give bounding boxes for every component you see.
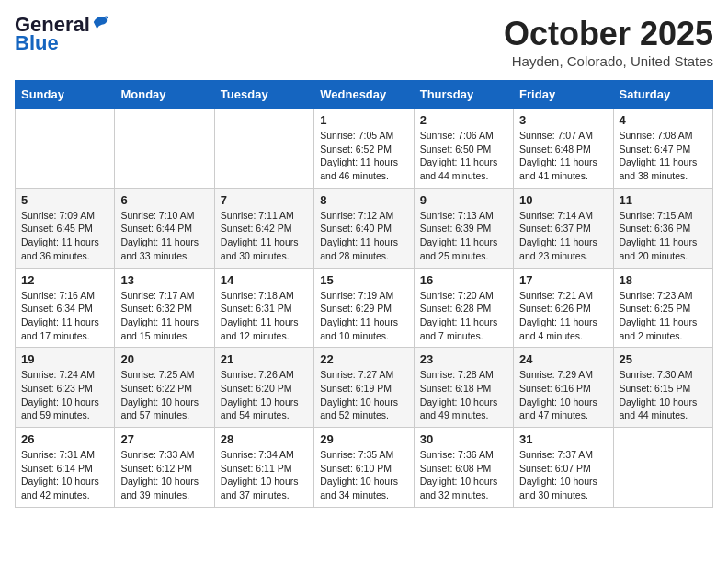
day-info: Sunrise: 7:16 AM Sunset: 6:34 PM Dayligh… [21, 289, 108, 343]
calendar-cell: 22Sunrise: 7:27 AM Sunset: 6:19 PM Dayli… [314, 348, 414, 428]
weekday-header-thursday: Thursday [414, 81, 513, 109]
day-info: Sunrise: 7:10 AM Sunset: 6:44 PM Dayligh… [120, 209, 208, 263]
day-info: Sunrise: 7:06 AM Sunset: 6:50 PM Dayligh… [420, 129, 507, 183]
calendar-cell: 20Sunrise: 7:25 AM Sunset: 6:22 PM Dayli… [115, 348, 214, 428]
day-number: 19 [21, 352, 108, 366]
day-number: 6 [120, 193, 208, 207]
title-section: October 2025 Hayden, Colorado, United St… [504, 15, 713, 69]
calendar-cell: 6Sunrise: 7:10 AM Sunset: 6:44 PM Daylig… [115, 188, 214, 268]
day-number: 29 [320, 432, 407, 446]
day-info: Sunrise: 7:28 AM Sunset: 6:18 PM Dayligh… [420, 368, 507, 422]
calendar-cell [613, 428, 712, 508]
calendar-cell: 17Sunrise: 7:21 AM Sunset: 6:26 PM Dayli… [514, 268, 613, 348]
location-text: Hayden, Colorado, United States [504, 53, 713, 69]
calendar-week-row: 26Sunrise: 7:31 AM Sunset: 6:14 PM Dayli… [16, 428, 713, 508]
day-number: 5 [21, 193, 108, 207]
calendar-cell: 29Sunrise: 7:35 AM Sunset: 6:10 PM Dayli… [314, 428, 414, 508]
day-info: Sunrise: 7:18 AM Sunset: 6:31 PM Dayligh… [221, 289, 308, 343]
day-info: Sunrise: 7:23 AM Sunset: 6:25 PM Dayligh… [620, 289, 707, 343]
day-info: Sunrise: 7:37 AM Sunset: 6:07 PM Dayligh… [519, 448, 607, 502]
logo-blue-text: Blue [15, 31, 59, 55]
calendar-cell: 4Sunrise: 7:08 AM Sunset: 6:47 PM Daylig… [613, 109, 712, 189]
calendar-cell [214, 109, 313, 189]
day-number: 20 [120, 352, 208, 366]
day-info: Sunrise: 7:34 AM Sunset: 6:11 PM Dayligh… [221, 448, 308, 502]
calendar-cell: 31Sunrise: 7:37 AM Sunset: 6:07 PM Dayli… [514, 428, 613, 508]
day-info: Sunrise: 7:36 AM Sunset: 6:08 PM Dayligh… [420, 448, 507, 502]
day-number: 23 [420, 352, 507, 366]
calendar-cell: 28Sunrise: 7:34 AM Sunset: 6:11 PM Dayli… [214, 428, 313, 508]
calendar-cell: 3Sunrise: 7:07 AM Sunset: 6:48 PM Daylig… [514, 109, 613, 189]
page-header: General Blue October 2025 Hayden, Colora… [15, 15, 713, 69]
day-number: 14 [221, 273, 308, 287]
day-number: 7 [221, 193, 308, 207]
day-number: 8 [320, 193, 407, 207]
calendar-table: SundayMondayTuesdayWednesdayThursdayFrid… [15, 80, 713, 508]
weekday-header-friday: Friday [514, 81, 613, 109]
calendar-cell: 30Sunrise: 7:36 AM Sunset: 6:08 PM Dayli… [414, 428, 513, 508]
day-info: Sunrise: 7:20 AM Sunset: 6:28 PM Dayligh… [420, 289, 507, 343]
calendar-week-row: 12Sunrise: 7:16 AM Sunset: 6:34 PM Dayli… [16, 268, 713, 348]
day-number: 1 [320, 113, 407, 127]
day-number: 24 [519, 352, 607, 366]
calendar-week-row: 19Sunrise: 7:24 AM Sunset: 6:23 PM Dayli… [16, 348, 713, 428]
day-info: Sunrise: 7:13 AM Sunset: 6:39 PM Dayligh… [420, 209, 507, 263]
calendar-cell: 18Sunrise: 7:23 AM Sunset: 6:25 PM Dayli… [613, 268, 712, 348]
calendar-cell: 14Sunrise: 7:18 AM Sunset: 6:31 PM Dayli… [214, 268, 313, 348]
day-number: 28 [221, 432, 308, 446]
day-number: 25 [620, 352, 707, 366]
day-number: 27 [120, 432, 208, 446]
day-number: 3 [519, 113, 607, 127]
calendar-cell: 2Sunrise: 7:06 AM Sunset: 6:50 PM Daylig… [414, 109, 513, 189]
day-number: 18 [620, 273, 707, 287]
day-number: 17 [519, 273, 607, 287]
calendar-cell [16, 109, 115, 189]
month-title: October 2025 [504, 15, 713, 53]
calendar-cell: 9Sunrise: 7:13 AM Sunset: 6:39 PM Daylig… [414, 188, 513, 268]
day-number: 11 [620, 193, 707, 207]
calendar-cell: 21Sunrise: 7:26 AM Sunset: 6:20 PM Dayli… [214, 348, 313, 428]
day-info: Sunrise: 7:30 AM Sunset: 6:15 PM Dayligh… [620, 368, 707, 422]
day-info: Sunrise: 7:14 AM Sunset: 6:37 PM Dayligh… [519, 209, 607, 263]
day-info: Sunrise: 7:11 AM Sunset: 6:42 PM Dayligh… [221, 209, 308, 263]
day-number: 2 [420, 113, 507, 127]
calendar-cell: 13Sunrise: 7:17 AM Sunset: 6:32 PM Dayli… [115, 268, 214, 348]
day-info: Sunrise: 7:24 AM Sunset: 6:23 PM Dayligh… [21, 368, 108, 422]
day-info: Sunrise: 7:35 AM Sunset: 6:10 PM Dayligh… [320, 448, 407, 502]
calendar-cell: 7Sunrise: 7:11 AM Sunset: 6:42 PM Daylig… [214, 188, 313, 268]
day-number: 26 [21, 432, 108, 446]
day-number: 15 [320, 273, 407, 287]
day-number: 31 [519, 432, 607, 446]
day-number: 13 [120, 273, 208, 287]
logo-bird-icon [92, 14, 108, 30]
day-info: Sunrise: 7:17 AM Sunset: 6:32 PM Dayligh… [120, 289, 208, 343]
calendar-cell [115, 109, 214, 189]
day-info: Sunrise: 7:29 AM Sunset: 6:16 PM Dayligh… [519, 368, 607, 422]
calendar-week-row: 5Sunrise: 7:09 AM Sunset: 6:45 PM Daylig… [16, 188, 713, 268]
calendar-cell: 15Sunrise: 7:19 AM Sunset: 6:29 PM Dayli… [314, 268, 414, 348]
day-number: 21 [221, 352, 308, 366]
calendar-header-row: SundayMondayTuesdayWednesdayThursdayFrid… [16, 81, 713, 109]
calendar-cell: 19Sunrise: 7:24 AM Sunset: 6:23 PM Dayli… [16, 348, 115, 428]
calendar-cell: 12Sunrise: 7:16 AM Sunset: 6:34 PM Dayli… [16, 268, 115, 348]
calendar-cell: 23Sunrise: 7:28 AM Sunset: 6:18 PM Dayli… [414, 348, 513, 428]
day-info: Sunrise: 7:08 AM Sunset: 6:47 PM Dayligh… [620, 129, 707, 183]
calendar-cell: 1Sunrise: 7:05 AM Sunset: 6:52 PM Daylig… [314, 109, 414, 189]
day-info: Sunrise: 7:21 AM Sunset: 6:26 PM Dayligh… [519, 289, 607, 343]
weekday-header-sunday: Sunday [16, 81, 115, 109]
day-number: 16 [420, 273, 507, 287]
day-info: Sunrise: 7:07 AM Sunset: 6:48 PM Dayligh… [519, 129, 607, 183]
day-number: 10 [519, 193, 607, 207]
calendar-cell: 24Sunrise: 7:29 AM Sunset: 6:16 PM Dayli… [514, 348, 613, 428]
calendar-cell: 11Sunrise: 7:15 AM Sunset: 6:36 PM Dayli… [613, 188, 712, 268]
day-info: Sunrise: 7:19 AM Sunset: 6:29 PM Dayligh… [320, 289, 407, 343]
day-info: Sunrise: 7:25 AM Sunset: 6:22 PM Dayligh… [120, 368, 208, 422]
calendar-week-row: 1Sunrise: 7:05 AM Sunset: 6:52 PM Daylig… [16, 109, 713, 189]
weekday-header-monday: Monday [115, 81, 214, 109]
day-info: Sunrise: 7:27 AM Sunset: 6:19 PM Dayligh… [320, 368, 407, 422]
calendar-cell: 16Sunrise: 7:20 AM Sunset: 6:28 PM Dayli… [414, 268, 513, 348]
weekday-header-wednesday: Wednesday [314, 81, 414, 109]
day-number: 22 [320, 352, 407, 366]
day-info: Sunrise: 7:12 AM Sunset: 6:40 PM Dayligh… [320, 209, 407, 263]
weekday-header-tuesday: Tuesday [214, 81, 313, 109]
